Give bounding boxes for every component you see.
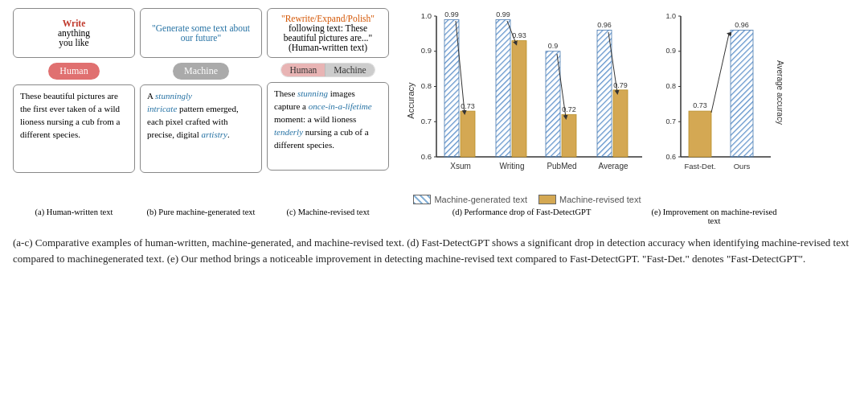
bar-writing-rev <box>512 41 526 157</box>
bar-writing-gen <box>496 19 510 157</box>
bar-ours <box>731 31 753 158</box>
bar-average-gen <box>597 31 612 158</box>
caption-b: (b) Pure machine-generated text <box>140 208 262 225</box>
examples-area: Write anythingyou like Human These beaut… <box>13 8 399 173</box>
caption-e: (e) Improvement on machine-revised text <box>648 208 780 225</box>
panel-c-roles: Human Machine <box>280 63 375 77</box>
svg-text:Average accuracy: Average accuracy <box>776 60 784 125</box>
top-section: Write anythingyou like Human These beaut… <box>13 8 855 204</box>
svg-text:0.8: 0.8 <box>665 82 676 90</box>
caption-d: (d) Performance drop of Fast-DetectGPT <box>394 208 643 225</box>
panel-b-output: A stunninglyintricate pattern emerged, e… <box>140 84 262 173</box>
panel-b-prompt: "Generate some text about our future" <box>140 8 262 58</box>
svg-text:0.9: 0.9 <box>548 42 559 50</box>
legend-rev-label: Machine-revised text <box>559 195 641 204</box>
panel-c-prompt: "Rewrite/Expand/Polish" following text: … <box>267 8 389 58</box>
panel-a-output: These beautiful pictures are the first e… <box>13 84 135 173</box>
panel-c-h1: stunning <box>297 88 328 98</box>
legend-gen-label: Machine-generated text <box>434 195 527 204</box>
svg-text:0.73: 0.73 <box>461 102 475 110</box>
panel-c-role-human: Human <box>281 64 325 76</box>
svg-text:1.0: 1.0 <box>665 12 676 20</box>
panel-c-prompt-color: "Rewrite/Expand/Polish" <box>281 14 375 23</box>
svg-text:0.8: 0.8 <box>421 81 432 90</box>
svg-line-48 <box>711 34 729 113</box>
panel-b-highlight2: artistry <box>202 130 227 139</box>
panel-a-write: Write <box>63 19 86 28</box>
legend-gen: Machine-generated text <box>413 195 527 204</box>
bottom-paragraph: (a-c) Comparative examples of human-writ… <box>13 235 855 266</box>
svg-text:0.96: 0.96 <box>735 21 749 29</box>
svg-text:Xsum: Xsum <box>450 162 471 171</box>
svg-text:Accuracy: Accuracy <box>406 82 416 119</box>
svg-text:0.99: 0.99 <box>444 10 459 19</box>
svg-text:0.7: 0.7 <box>421 117 432 125</box>
svg-text:0.99: 0.99 <box>496 10 510 19</box>
svg-text:0.73: 0.73 <box>693 101 707 109</box>
svg-text:0.6: 0.6 <box>665 153 676 161</box>
panel-b-prompt-text: "Generate some text about our future" <box>147 23 255 43</box>
svg-text:1.0: 1.0 <box>421 11 432 20</box>
panel-b: "Generate some text about our future" Ma… <box>140 8 262 173</box>
svg-text:0.6: 0.6 <box>421 152 432 161</box>
panel-c-h3: tenderly <box>274 127 303 137</box>
svg-text:0.96: 0.96 <box>597 21 612 29</box>
panel-c-role-machine: Machine <box>325 64 374 76</box>
svg-text:Fast-Det.: Fast-Det. <box>684 162 715 171</box>
chart-d-svg: Accuracy 0.6 0.7 0.8 <box>403 8 652 193</box>
legend-gen-swatch <box>413 195 431 204</box>
svg-text:0.9: 0.9 <box>421 46 432 55</box>
bar-pubmed-rev <box>562 115 576 158</box>
panel-b-highlight1: stunninglyintricate <box>147 91 192 113</box>
panel-a: Write anythingyou like Human These beaut… <box>13 8 135 173</box>
chart-e-svg: Average accuracy 0.6 0.7 0.8 0.9 1 <box>658 8 787 193</box>
panel-c-h2: once-in-a-lifetime <box>309 101 372 111</box>
svg-text:Ours: Ours <box>733 162 750 171</box>
bar-fastdet <box>689 111 711 157</box>
svg-text:0.7: 0.7 <box>665 117 676 125</box>
panel-c-output: These stunning images capture a once-in-… <box>267 82 389 171</box>
bar-xsum-gen <box>444 19 459 157</box>
legend-rev-swatch <box>538 195 556 204</box>
svg-text:0.9: 0.9 <box>665 47 676 55</box>
panel-c: "Rewrite/Expand/Polish" following text: … <box>267 8 389 173</box>
svg-text:Writing: Writing <box>500 162 525 171</box>
bar-xsum-rev <box>461 111 475 157</box>
bar-average-rev <box>613 90 628 157</box>
svg-text:PubMed: PubMed <box>547 162 576 171</box>
charts-area: Accuracy 0.6 0.7 0.8 <box>399 8 855 204</box>
svg-text:Average: Average <box>598 162 628 171</box>
caption-c: (c) Machine-revised text <box>267 208 389 225</box>
legend-rev: Machine-revised text <box>538 195 641 204</box>
chart-d-panel: Accuracy 0.6 0.7 0.8 <box>399 8 656 204</box>
main-container: Write anythingyou like Human These beaut… <box>0 0 868 274</box>
caption-a: (a) Human-written text <box>13 208 135 225</box>
captions-row: (a) Human-written text (b) Pure machine-… <box>13 208 855 225</box>
panel-a-prompt: Write anythingyou like <box>13 8 135 58</box>
panel-c-prompt-rest: following text: These beautiful pictures… <box>274 23 382 52</box>
panel-b-role: Machine <box>173 63 229 80</box>
panel-a-prompt-text: anythingyou like <box>58 28 90 47</box>
chart-e-panel: Average accuracy 0.6 0.7 0.8 0.9 1 <box>656 8 788 193</box>
bar-pubmed-gen <box>546 51 560 157</box>
chart-d-legend: Machine-generated text Machine-revised t… <box>413 195 641 204</box>
panel-a-role: Human <box>48 63 99 80</box>
